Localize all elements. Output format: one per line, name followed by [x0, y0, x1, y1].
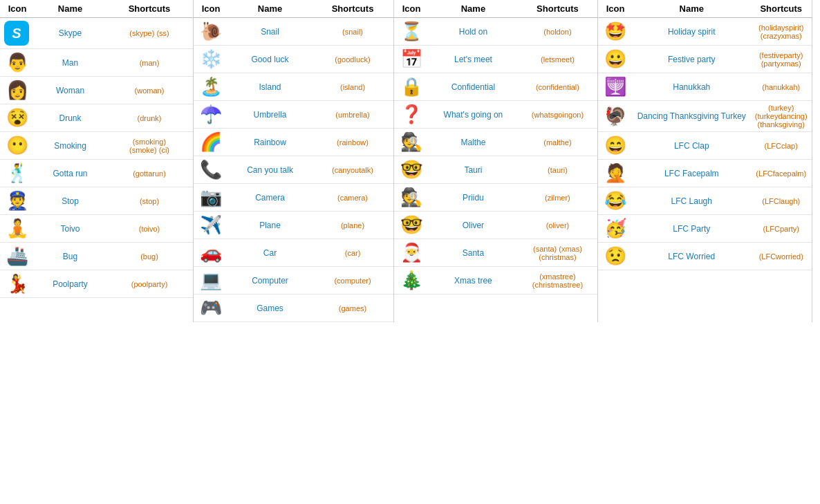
data-table-4: IconNameShortcuts🤩Holiday spirit(holiday…	[598, 0, 812, 270]
emoji-icon: ☂️	[200, 104, 222, 124]
table-row: ❄️Good luck(goodluck)	[194, 46, 393, 73]
table-row: 🤓Tauri(tauri)	[394, 156, 597, 184]
name-cell: Bug	[35, 243, 106, 270]
shortcut-cell: (toivo)	[106, 215, 193, 243]
name-cell: LFC Clap	[633, 132, 750, 160]
name-cell: Hold on	[429, 18, 518, 46]
emoji-icon: 🚢	[6, 245, 28, 266]
table-row: 🤦LFC Facepalm(LFCfacepalm)	[598, 160, 812, 187]
emoji-icon: 👨	[6, 52, 28, 73]
name-cell: LFC Party	[633, 215, 750, 243]
shortcut-cell: (man)	[106, 49, 193, 77]
name-cell: What's going on	[429, 101, 518, 129]
emoji-icon: ⏳	[400, 21, 422, 41]
name-cell: Woman	[35, 77, 106, 104]
shortcut-cell: (woman)	[106, 77, 193, 104]
table-row: 💻Computer(computer)	[194, 267, 393, 295]
table-row: 🕺Gotta run(gottarun)	[0, 160, 193, 187]
section-3: IconNameShortcuts⏳Hold on(holdon)📅Let's …	[394, 0, 598, 322]
emoji-icon: ❄️	[200, 48, 222, 69]
shortcut-cell: (LFCworried)	[750, 243, 812, 270]
col-header-shortcuts: Shortcuts	[106, 0, 193, 18]
emoji-icon: 🌈	[200, 131, 222, 152]
section-2: IconNameShortcuts🐌Snail(snail)❄️Good luc…	[194, 0, 394, 322]
emoji-icon: 🕵️	[400, 187, 422, 207]
emoji-icon: 😄	[604, 135, 626, 156]
shortcut-cell: (zilmer)	[518, 184, 597, 212]
name-cell: LFC Facepalm	[633, 160, 750, 187]
shortcut-cell: (oliver)	[518, 212, 597, 239]
shortcut-cell: (canyoutalk)	[312, 156, 393, 184]
name-cell: Festive party	[633, 46, 750, 73]
name-cell: Good luck	[228, 46, 312, 73]
name-cell: Smoking	[35, 132, 106, 160]
shortcut-cell: (gottarun)	[106, 160, 193, 187]
shortcut-cell: (goodluck)	[312, 46, 393, 73]
shortcut-cell: (whatsgoingon)	[518, 101, 597, 129]
name-cell: Games	[228, 295, 312, 322]
table-row: 👨Man(man)	[0, 49, 193, 77]
name-cell: Skype	[35, 18, 106, 49]
shortcut-cell: (LFCparty)	[750, 215, 812, 243]
name-cell: Dancing Thanksgiving Turkey	[633, 101, 750, 132]
icon-cell: ⏳	[394, 18, 429, 46]
name-cell: Xmas tree	[429, 267, 518, 295]
name-cell: Priidu	[429, 184, 518, 212]
table-row: 🥳LFC Party(LFCparty)	[598, 215, 812, 243]
shortcut-cell: (santa) (xmas) (christmas)	[518, 239, 597, 267]
icon-cell: 📷	[194, 184, 228, 212]
table-row: ☂️Umbrella(umbrella)	[194, 101, 393, 129]
emoji-icon: 🤩	[604, 21, 626, 41]
table-row: 🤩Holiday spirit(holidayspirit) (crazyxma…	[598, 18, 812, 46]
table-row: 🕵️Malthe(malthe)	[394, 129, 597, 156]
data-table-2: IconNameShortcuts🐌Snail(snail)❄️Good luc…	[194, 0, 393, 322]
name-cell: Stop	[35, 187, 106, 215]
table-row: 😶Smoking(smoking) (smoke) (ci)	[0, 132, 193, 160]
name-cell: Car	[228, 239, 312, 267]
icon-cell: 💃	[0, 270, 35, 298]
table-row: 🌈Rainbow(rainbow)	[194, 129, 393, 156]
shortcut-cell: (LFClaugh)	[750, 187, 812, 215]
table-row: 🎄Xmas tree(xmastree) (christmastree)	[394, 267, 597, 295]
table-row: 👩Woman(woman)	[0, 77, 193, 104]
shortcut-cell: (car)	[312, 239, 393, 267]
name-cell: Camera	[228, 184, 312, 212]
name-cell: Poolparty	[35, 270, 106, 298]
col-header-shortcuts: Shortcuts	[750, 0, 812, 18]
name-cell: Toivo	[35, 215, 106, 243]
emoji-icon: 🕵️	[400, 131, 422, 152]
emoji-icon: 😵	[6, 107, 28, 128]
icon-cell: 😶	[0, 132, 35, 160]
icon-cell: 🎄	[394, 267, 429, 295]
table-row: 😀Festive party(festiveparty) (partyxmas)	[598, 46, 812, 73]
emoji-icon: 📞	[200, 159, 222, 180]
col-header-icon: Icon	[0, 0, 35, 18]
table-row: 🤓Oliver(oliver)	[394, 212, 597, 239]
name-cell: Island	[228, 73, 312, 101]
icon-cell: ☂️	[194, 101, 228, 129]
table-row: 😄LFC Clap(LFCclap)	[598, 132, 812, 160]
emoji-icon: 🤓	[400, 214, 422, 235]
name-cell: Oliver	[429, 212, 518, 239]
icon-cell: 📅	[394, 46, 429, 73]
emoji-icon: 😀	[604, 48, 626, 69]
icon-cell: 😂	[598, 187, 633, 215]
name-cell: Computer	[228, 267, 312, 295]
icon-cell: 🕵️	[394, 129, 429, 156]
icon-cell: 🕵️	[394, 184, 429, 212]
table-row: ❓What's going on(whatsgoingon)	[394, 101, 597, 129]
col-header-name: Name	[633, 0, 750, 18]
icon-cell: 🦃	[598, 101, 633, 132]
icon-cell: 🚢	[0, 243, 35, 270]
shortcut-cell: (malthe)	[518, 129, 597, 156]
shortcut-cell: (confidential)	[518, 73, 597, 101]
emoji-icon: ❓	[400, 104, 422, 124]
shortcut-cell: (stop)	[106, 187, 193, 215]
table-row: 🦃Dancing Thanksgiving Turkey(turkey) (tu…	[598, 101, 812, 132]
col-header-icon: Icon	[194, 0, 228, 18]
icon-cell: 🔒	[394, 73, 429, 101]
shortcut-cell: (turkey) (turkeydancing) (thanksgiving)	[750, 101, 812, 132]
table-row: 😵Drunk(drunk)	[0, 104, 193, 132]
col-header-name: Name	[228, 0, 312, 18]
shortcut-cell: (umbrella)	[312, 101, 393, 129]
